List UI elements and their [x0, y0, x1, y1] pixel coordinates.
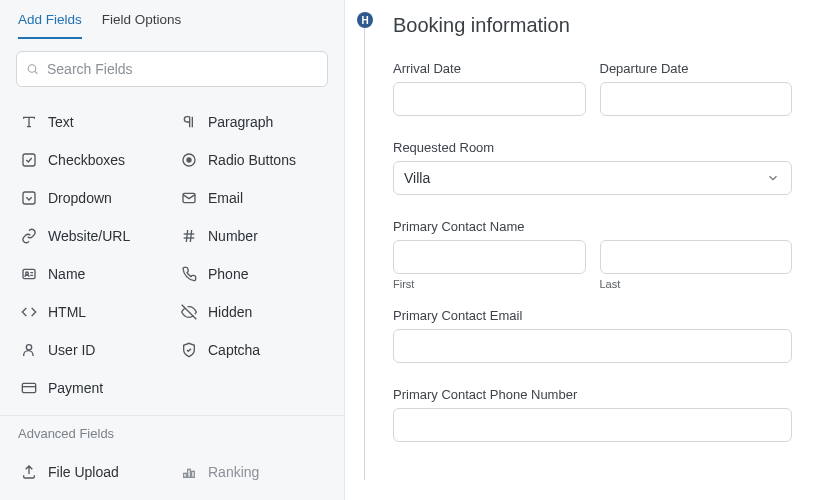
field-file-upload[interactable]: File Upload: [12, 453, 172, 491]
field-label: User ID: [48, 342, 95, 358]
search-input[interactable]: [16, 51, 328, 87]
field-checkboxes[interactable]: Checkboxes: [12, 141, 172, 179]
primary-contact-email-label: Primary Contact Email: [393, 308, 792, 323]
user-icon: [20, 341, 38, 359]
arrival-date-input[interactable]: [393, 82, 586, 116]
field-website-url[interactable]: Website/URL: [12, 217, 172, 255]
departure-date-input[interactable]: [600, 82, 793, 116]
field-label: Radio Buttons: [208, 152, 296, 168]
name-icon: [20, 265, 38, 283]
arrival-date-group: Arrival Date: [393, 61, 586, 116]
contact-phone-input[interactable]: [393, 408, 792, 442]
text-icon: [20, 113, 38, 131]
field-payment[interactable]: Payment: [12, 369, 172, 407]
primary-contact-name-group: Primary Contact Name First Last: [393, 219, 792, 290]
field-radio-buttons[interactable]: Radio Buttons: [172, 141, 332, 179]
svg-line-1: [35, 71, 37, 73]
search-icon: [26, 63, 39, 76]
field-paragraph[interactable]: Paragraph: [172, 103, 332, 141]
field-dropdown[interactable]: Dropdown: [12, 179, 172, 217]
field-label: Text: [48, 114, 74, 130]
radio-icon: [180, 151, 198, 169]
phone-icon: [180, 265, 198, 283]
card-icon: [20, 379, 38, 397]
field-label: File Upload: [48, 464, 119, 480]
svg-rect-14: [22, 383, 35, 392]
primary-contact-name-label: Primary Contact Name: [393, 219, 792, 234]
requested-room-label: Requested Room: [393, 140, 792, 155]
field-html[interactable]: HTML: [12, 293, 172, 331]
advanced-fields-heading: Advanced Fields: [0, 415, 344, 447]
link-icon: [20, 227, 38, 245]
svg-rect-2: [23, 154, 35, 166]
field-rich-text[interactable]: Rich Text: [12, 491, 172, 500]
paragraph-icon: [180, 113, 198, 131]
tab-add-fields[interactable]: Add Fields: [18, 12, 82, 39]
sidebar-tabs: Add Fields Field Options: [0, 0, 344, 39]
field-label: Payment: [48, 380, 103, 396]
hash-icon: [180, 227, 198, 245]
sidebar: Add Fields Field Options Text Paragraph …: [0, 0, 345, 500]
field-captcha[interactable]: Captcha: [172, 331, 332, 369]
svg-point-12: [26, 272, 29, 275]
field-email[interactable]: Email: [172, 179, 332, 217]
form-section-heading[interactable]: Booking information: [393, 14, 792, 37]
departure-date-group: Departure Date: [600, 61, 793, 116]
svg-line-10: [190, 230, 191, 242]
field-label: Number: [208, 228, 258, 244]
field-hidden[interactable]: Hidden: [172, 293, 332, 331]
contact-email-input[interactable]: [393, 329, 792, 363]
svg-rect-11: [23, 269, 35, 278]
field-label: Phone: [208, 266, 248, 282]
svg-rect-5: [23, 192, 35, 204]
field-date[interactable]: Date: [172, 491, 332, 500]
requested-room-select[interactable]: [393, 161, 792, 195]
form-canvas: H Booking information Arrival Date Depar…: [345, 0, 824, 500]
field-label: Checkboxes: [48, 152, 125, 168]
field-label: Hidden: [208, 304, 252, 320]
dropdown-icon: [20, 189, 38, 207]
field-user-id[interactable]: User ID: [12, 331, 172, 369]
upload-icon: [20, 463, 38, 481]
shield-icon: [180, 341, 198, 359]
svg-rect-18: [192, 471, 195, 477]
svg-point-0: [28, 65, 36, 73]
last-name-sublabel: Last: [600, 278, 793, 290]
svg-point-13: [26, 345, 31, 350]
arrival-date-label: Arrival Date: [393, 61, 586, 76]
field-label: Website/URL: [48, 228, 130, 244]
svg-rect-16: [184, 473, 187, 477]
field-label: Email: [208, 190, 243, 206]
hidden-icon: [180, 303, 198, 321]
section-timeline: [364, 20, 365, 480]
field-ranking[interactable]: Ranking: [172, 453, 332, 491]
svg-rect-17: [188, 469, 191, 477]
email-icon: [180, 189, 198, 207]
field-text[interactable]: Text: [12, 103, 172, 141]
field-label: HTML: [48, 304, 86, 320]
ranking-icon: [180, 463, 198, 481]
primary-contact-phone-label: Primary Contact Phone Number: [393, 387, 792, 402]
html-icon: [20, 303, 38, 321]
field-name[interactable]: Name: [12, 255, 172, 293]
svg-line-9: [186, 230, 187, 242]
departure-date-label: Departure Date: [600, 61, 793, 76]
advanced-fields-grid: File Upload Ranking Rich Text Date: [0, 447, 344, 500]
field-label: Paragraph: [208, 114, 273, 130]
checkbox-icon: [20, 151, 38, 169]
requested-room-group: Requested Room: [393, 140, 792, 195]
primary-contact-email-group: Primary Contact Email: [393, 308, 792, 363]
tab-field-options[interactable]: Field Options: [102, 12, 182, 39]
search-fields: [16, 51, 328, 87]
standard-fields-grid: Text Paragraph Checkboxes Radio Buttons …: [0, 97, 344, 407]
svg-point-4: [187, 158, 191, 162]
field-label: Dropdown: [48, 190, 112, 206]
field-number[interactable]: Number: [172, 217, 332, 255]
primary-contact-phone-group: Primary Contact Phone Number: [393, 387, 792, 442]
field-phone[interactable]: Phone: [172, 255, 332, 293]
field-label: Ranking: [208, 464, 259, 480]
first-name-input[interactable]: [393, 240, 586, 274]
field-label: Name: [48, 266, 85, 282]
last-name-input[interactable]: [600, 240, 793, 274]
field-label: Captcha: [208, 342, 260, 358]
